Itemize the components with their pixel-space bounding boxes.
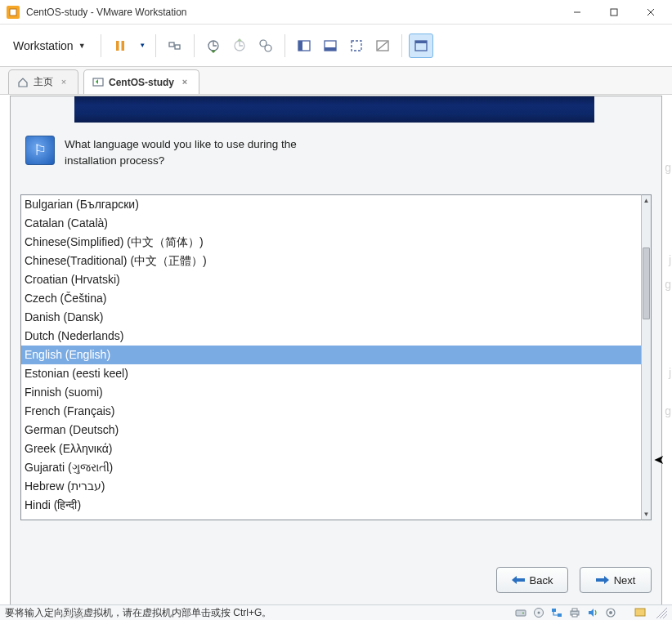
tab-bar: 主页 × CentOS-study ×: [0, 67, 672, 95]
svg-rect-30: [572, 609, 577, 611]
view-console-button[interactable]: [318, 33, 343, 58]
language-option[interactable]: Chinese(Simplified) (中文（简体）): [21, 233, 641, 252]
tab-close-icon[interactable]: ×: [58, 77, 69, 88]
resize-grip-icon[interactable]: [656, 607, 667, 618]
minimize-button[interactable]: [558, 0, 595, 24]
svg-point-33: [609, 611, 612, 614]
separator: [284, 34, 285, 57]
tab-vm-label: CentOS-study: [109, 77, 174, 88]
snapshot-manager-button[interactable]: [253, 33, 278, 58]
close-button[interactable]: [632, 0, 669, 24]
snapshot-revert-button[interactable]: [227, 33, 252, 58]
scroll-up-icon[interactable]: ▲: [642, 195, 651, 206]
language-option[interactable]: Estonian (eesti keel): [21, 364, 641, 383]
power-dropdown[interactable]: ▼: [134, 33, 149, 58]
tab-vm[interactable]: CentOS-study ×: [83, 69, 199, 94]
language-option[interactable]: Hindi (हिन्दी): [21, 496, 641, 515]
language-option[interactable]: Chinese(Traditional) (中文（正體）): [21, 252, 641, 270]
next-button-label: Next: [614, 574, 636, 587]
svg-point-12: [265, 45, 271, 51]
bg-text: g: [665, 404, 671, 417]
arrow-left-icon: [512, 576, 525, 584]
bg-text: j: [669, 253, 671, 266]
sound-icon[interactable]: [585, 606, 600, 619]
prompt-line-1: What language would you like to use duri…: [65, 136, 297, 153]
svg-rect-34: [635, 609, 645, 616]
status-device-icons: [513, 606, 667, 619]
svg-rect-14: [298, 41, 302, 51]
svg-rect-0: [10, 9, 16, 16]
home-icon: [17, 77, 29, 88]
separator: [194, 34, 195, 57]
status-bar: 要将输入定向到该虚拟机，请在虚拟机内部单击或按 Ctrl+G。: [0, 604, 672, 620]
svg-rect-2: [611, 9, 617, 16]
chevron-down-icon: ▼: [78, 42, 86, 50]
language-option[interactable]: Gujarati (ગુજરાતી): [21, 458, 641, 477]
separator: [401, 34, 402, 57]
toolbar: Workstation ▼ ▼: [0, 25, 672, 67]
svg-rect-7: [169, 42, 174, 47]
language-option[interactable]: French (Français): [21, 402, 641, 421]
svg-rect-21: [415, 41, 427, 43]
titlebar: CentOS-study - VMware Workstation: [0, 0, 672, 25]
vm-icon: [92, 77, 104, 88]
language-option[interactable]: Bulgarian (Български): [21, 195, 641, 214]
tab-close-icon[interactable]: ×: [179, 77, 190, 88]
language-listbox[interactable]: Bulgarian (Български)Catalan (Català)Chi…: [20, 194, 641, 520]
pause-button[interactable]: [108, 33, 132, 58]
installer-banner: [74, 96, 594, 123]
vm-display-area[interactable]: ⚐ What language would you like to use du…: [10, 96, 662, 609]
scroll-down-icon[interactable]: ▼: [642, 509, 651, 520]
next-button[interactable]: Next: [580, 567, 652, 593]
language-globe-icon: ⚐: [25, 136, 55, 165]
tab-home[interactable]: 主页 ×: [8, 69, 78, 94]
language-option[interactable]: German (Deutsch): [21, 421, 641, 439]
svg-rect-6: [121, 41, 124, 51]
language-option[interactable]: Czech (Čeština): [21, 289, 641, 308]
svg-rect-5: [116, 41, 119, 51]
scroll-thumb[interactable]: [643, 248, 650, 319]
back-button[interactable]: Back: [496, 567, 568, 593]
vmware-app-icon: [7, 6, 20, 19]
harddisk-icon[interactable]: [513, 606, 528, 619]
send-ctrl-alt-del-button[interactable]: [163, 33, 187, 58]
language-option[interactable]: Hebrew (עברית): [21, 477, 641, 496]
language-option[interactable]: Catalan (Català): [21, 214, 641, 233]
maximize-button[interactable]: [595, 0, 632, 24]
fullscreen-button[interactable]: [344, 33, 369, 58]
workstation-menu[interactable]: Workstation ▼: [5, 36, 94, 56]
language-option[interactable]: Finnish (suomi): [21, 383, 641, 402]
svg-rect-28: [558, 613, 562, 617]
message-log-icon[interactable]: [633, 606, 647, 619]
language-option[interactable]: Danish (Dansk): [21, 308, 641, 327]
network-icon[interactable]: [549, 606, 564, 619]
view-sidebar-button[interactable]: [292, 33, 316, 58]
language-option[interactable]: English (English): [21, 346, 641, 364]
language-option[interactable]: Greek (Ελληνικά): [21, 439, 641, 458]
cursor-icon: ➤: [654, 452, 665, 467]
installer-prompt: What language would you like to use duri…: [65, 136, 297, 168]
unity-button[interactable]: [370, 33, 395, 58]
arrow-right-icon: [596, 576, 609, 584]
language-scrollbar[interactable]: ▲ ▼: [641, 194, 652, 520]
svg-point-24: [522, 613, 524, 614]
svg-rect-17: [352, 41, 361, 51]
svg-rect-27: [552, 609, 556, 612]
svg-line-19: [378, 42, 388, 50]
svg-rect-31: [572, 614, 577, 617]
bg-text: j: [669, 366, 671, 379]
snapshot-take-button[interactable]: [201, 33, 226, 58]
svg-rect-16: [325, 47, 336, 51]
svg-point-26: [538, 612, 540, 614]
svg-rect-8: [175, 45, 180, 49]
bg-bottom-text: x-oss-: [60, 609, 87, 620]
cdrom-icon[interactable]: [531, 606, 546, 619]
printer-icon[interactable]: [567, 606, 582, 619]
language-option[interactable]: Dutch (Nederlands): [21, 327, 641, 346]
stretch-guest-button[interactable]: [409, 33, 433, 58]
workstation-menu-label: Workstation: [13, 39, 74, 52]
language-option[interactable]: Croatian (Hrvatski): [21, 270, 641, 289]
svg-rect-23: [516, 610, 526, 616]
usb-icon[interactable]: [603, 606, 618, 619]
bg-text: g: [665, 278, 671, 291]
